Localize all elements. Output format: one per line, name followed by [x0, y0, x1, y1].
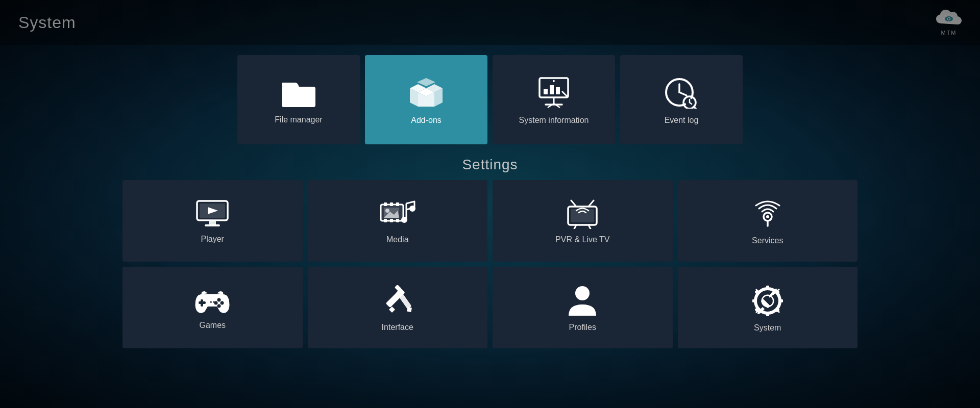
- system-information-label: System information: [519, 116, 589, 125]
- pvr-live-tv-label: PVR & Live TV: [555, 235, 609, 244]
- settings-grid: Player: [122, 180, 857, 348]
- svg-line-22: [679, 92, 687, 95]
- svg-point-57: [217, 298, 221, 302]
- media-icon: [380, 199, 415, 229]
- top-row: File manager: [122, 55, 857, 144]
- media-label: Media: [386, 235, 409, 244]
- svg-rect-10: [544, 89, 548, 94]
- services-label: Services: [752, 236, 783, 245]
- svg-point-45: [409, 206, 415, 212]
- svg-marker-64: [389, 307, 395, 313]
- tile-system[interactable]: System: [678, 267, 858, 348]
- svg-point-42: [385, 209, 389, 213]
- system-settings-icon: [751, 285, 784, 317]
- svg-rect-36: [390, 202, 393, 206]
- svg-rect-74: [766, 312, 769, 316]
- svg-line-49: [589, 200, 594, 207]
- header: System MTM: [0, 0, 980, 45]
- svg-rect-11: [550, 85, 554, 94]
- services-icon: [752, 198, 783, 230]
- svg-rect-38: [384, 219, 387, 222]
- svg-rect-35: [384, 202, 387, 206]
- games-icon: [194, 287, 230, 315]
- tile-player[interactable]: Player: [122, 180, 303, 262]
- tile-system-information[interactable]: System information: [493, 55, 615, 144]
- svg-rect-8: [282, 87, 315, 107]
- profiles-icon: [568, 285, 597, 317]
- svg-rect-39: [390, 219, 393, 222]
- event-log-label: Event log: [665, 116, 699, 125]
- svg-point-58: [220, 301, 224, 305]
- pvr-live-tv-icon: [565, 199, 600, 229]
- tile-profiles[interactable]: Profiles: [493, 267, 673, 348]
- svg-rect-12: [556, 87, 560, 94]
- main-content: File manager: [0, 45, 980, 359]
- file-manager-icon: [281, 78, 316, 108]
- tile-file-manager[interactable]: File manager: [237, 55, 360, 144]
- svg-rect-76: [779, 299, 783, 302]
- interface-icon: [382, 285, 413, 317]
- system-settings-label: System: [754, 323, 781, 333]
- svg-point-44: [401, 217, 407, 223]
- svg-point-15: [566, 95, 569, 98]
- svg-rect-73: [766, 286, 769, 290]
- mtm-logo: MTM: [936, 9, 962, 36]
- tile-event-log[interactable]: Event log: [620, 55, 743, 144]
- svg-point-69: [575, 286, 590, 300]
- settings-title: Settings: [462, 157, 518, 173]
- system-information-icon: [536, 77, 571, 109]
- interface-label: Interface: [382, 323, 413, 332]
- tile-games[interactable]: Games: [122, 267, 303, 348]
- settings-section: Settings: [122, 157, 857, 348]
- svg-rect-40: [396, 219, 399, 222]
- svg-line-24: [694, 107, 698, 109]
- tile-services[interactable]: Services: [678, 180, 858, 262]
- svg-rect-31: [209, 220, 216, 224]
- tile-pvr-live-tv[interactable]: PVR & Live TV: [493, 180, 673, 262]
- tile-media[interactable]: Media: [308, 180, 488, 262]
- add-ons-label: Add-ons: [411, 116, 442, 125]
- player-label: Player: [201, 235, 224, 244]
- mtm-icon: [936, 9, 962, 29]
- svg-rect-61: [210, 301, 212, 303]
- player-icon: [195, 200, 229, 228]
- add-ons-icon: [408, 77, 445, 109]
- page-title: System: [18, 13, 76, 32]
- svg-rect-32: [205, 224, 220, 226]
- svg-line-14: [562, 91, 566, 95]
- svg-rect-56: [199, 301, 206, 304]
- svg-rect-62: [213, 301, 215, 303]
- svg-rect-75: [752, 299, 756, 302]
- svg-rect-37: [396, 202, 399, 206]
- mtm-label: MTM: [941, 30, 957, 36]
- file-manager-label: File manager: [275, 115, 322, 124]
- tile-interface[interactable]: Interface: [308, 267, 488, 348]
- svg-point-2: [948, 18, 950, 20]
- tile-add-ons[interactable]: Add-ons: [365, 55, 487, 144]
- svg-line-48: [571, 200, 576, 207]
- svg-point-60: [217, 304, 221, 308]
- profiles-label: Profiles: [569, 323, 596, 332]
- games-label: Games: [199, 321, 226, 330]
- svg-point-54: [766, 215, 769, 218]
- event-log-icon: [664, 77, 699, 109]
